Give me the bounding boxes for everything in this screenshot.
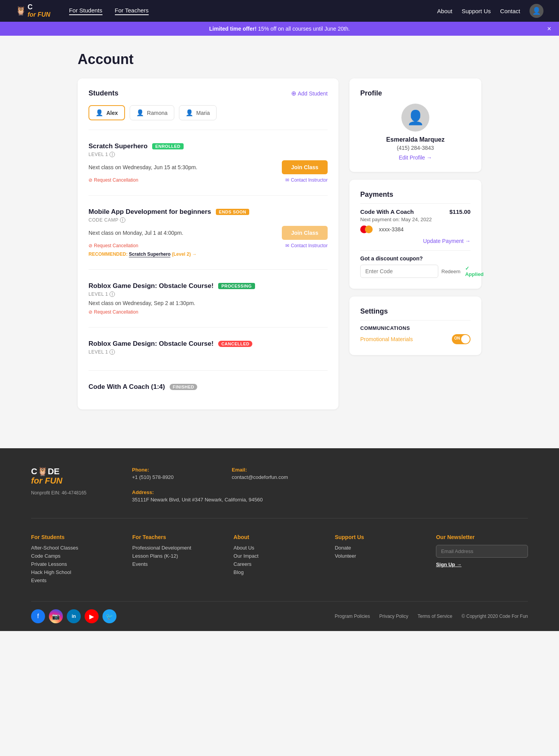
coupon-row: Redeem Applied [360,265,470,278]
cancel-link-2[interactable]: Request Cancellation [89,309,138,315]
course-item-scratch-superhero: Scratch Superhero ENROLLED LEVEL 1 i Nex… [89,136,328,189]
course-item-coach: Code With A Coach (1:4) FINISHED [89,377,328,399]
contact-instructor-link-0[interactable]: Contact Instructor [285,177,328,183]
update-payment-link[interactable]: Update Payment → [360,238,470,244]
instagram-icon[interactable]: 📷 [49,609,63,623]
recommended-link-1[interactable]: Scratch Superhero [129,251,170,257]
footer-link-after-school[interactable]: After-School Classes [31,545,123,551]
info-icon-3[interactable]: i [109,349,115,355]
footer-link-blog[interactable]: Blog [234,569,326,575]
cancel-link-0[interactable]: Request Cancellation [89,177,138,183]
payments-card: Payments Code With A Coach $115.00 Next … [349,180,481,289]
join-class-button-1[interactable]: Join Class [282,226,328,240]
course-level-0: LEVEL 1 i [89,152,328,157]
info-icon-1[interactable]: i [120,217,125,223]
course-title-2: Roblox Game Design: Obstacle Course! [89,282,214,290]
newsletter-input[interactable] [436,545,528,558]
settings-card: Settings Communications Promotional Mate… [349,297,481,355]
mastercard-icon [360,225,373,233]
edit-profile-link[interactable]: Edit Profile → [399,154,432,161]
footer-link-about-us[interactable]: About Us [234,545,326,551]
profile-title: Profile [360,89,382,97]
course-level-2: LEVEL 1 i [89,291,328,297]
toggle-knob [461,335,470,343]
course-badge-3: CANCELLED [218,341,252,347]
footer-nav: For Students After-School Classes Code C… [31,518,528,601]
promo-toggle[interactable]: ON [452,334,470,344]
course-item-roblox-processing: Roblox Game Design: Obstacle Course! PRO… [89,276,328,321]
banner-close-button[interactable]: × [547,25,551,33]
logo-icon: 🦉 [16,6,26,16]
logo[interactable]: 🦉 Cfor FUN [16,3,50,18]
youtube-icon[interactable]: ▶ [85,609,99,623]
nav-for-teachers[interactable]: For Teachers [115,7,149,15]
info-icon-2[interactable]: i [109,291,115,297]
cancel-link-1[interactable]: Request Cancellation [89,243,138,248]
footer-support-title: Support Us [335,534,427,540]
footer-link-lesson-plans[interactable]: Lesson Plans (K-12) [132,553,224,559]
footer-phone-group: Phone: +1 (510) 578-8920 [132,467,222,480]
nav-for-students[interactable]: For Students [69,7,102,15]
join-class-button-0[interactable]: Join Class [282,160,328,174]
payment-card-row: xxxx-3384 [360,225,470,233]
footer-link-private-lessons[interactable]: Private Lessons [31,561,123,567]
contact-instructor-link-1[interactable]: Contact Instructor [285,243,328,248]
footer-link-careers[interactable]: Careers [234,561,326,567]
newsletter-signup-link[interactable]: Sign Up → [436,562,462,567]
redeem-button[interactable]: Redeem [441,269,460,274]
student-icon-alex: 👤 [95,109,103,116]
footer-link-our-impact[interactable]: Our Impact [234,553,326,559]
terms-of-service-link[interactable]: Terms of Service [418,614,452,619]
nav-support-us[interactable]: Support Us [462,8,491,14]
course-actions-0: Request Cancellation Contact Instructor [89,177,328,183]
footer-link-events-students[interactable]: Events [31,577,123,583]
page-title: Account [78,51,481,68]
payments-title: Payments [360,191,393,198]
add-student-button[interactable]: Add Student [291,90,328,97]
footer-about-title: About [234,534,326,540]
footer-link-code-camps[interactable]: Code Camps [31,553,123,559]
facebook-icon[interactable]: f [31,609,45,623]
footer-link-hack-high-school[interactable]: Hack High School [31,569,123,575]
course-header-0: Scratch Superhero ENROLLED [89,142,328,150]
student-tab-alex[interactable]: 👤 Alex [89,105,125,120]
profile-phone: (415) 284-3843 [360,145,470,151]
course-title-1: Mobile App Development for beginners [89,208,211,216]
footer-phone-label: Phone: [132,467,222,473]
twitter-icon[interactable]: 🐦 [102,609,116,623]
footer-link-donate[interactable]: Donate [335,545,427,551]
coupon-input[interactable] [360,265,438,278]
promo-banner: Limited time offer! 15% off on all cours… [0,22,559,36]
student-icon-ramona: 👤 [136,109,144,116]
footer-ein: Nonprofit EIN: 46-4748165 [31,490,116,496]
student-tabs: 👤 Alex 👤 Ramona 👤 Maria [89,105,328,120]
course-title-3: Roblox Game Design: Obstacle Course! [89,340,214,348]
profile-name: Esmeralda Marquez [360,136,470,143]
footer-link-events-teachers[interactable]: Events [132,561,224,567]
payment-item-amount: $115.00 [450,208,470,215]
footer-address-value: 35111F Newark Blvd, Unit #347 Newark, Ca… [132,497,322,503]
account-avatar-button[interactable]: 👤 [529,4,543,18]
nav-about[interactable]: About [437,8,452,14]
course-row-0: Next class on Wednesday, Jun 15 at 5:30p… [89,160,328,174]
privacy-policy-link[interactable]: Privacy Policy [379,614,408,619]
course-header-2: Roblox Game Design: Obstacle Course! PRO… [89,282,328,290]
student-tab-maria[interactable]: 👤 Maria [179,105,217,120]
applied-badge: Applied [465,265,484,277]
course-badge-1: ENDS SOON [216,209,250,215]
info-icon-0[interactable]: i [109,152,115,157]
profile-avatar: 👤 [401,104,429,132]
footer-link-volunteer[interactable]: Volunteer [335,553,427,559]
program-policies-link[interactable]: Program Policies [335,614,370,619]
footer-link-prof-dev[interactable]: Professional Development [132,545,224,551]
nav-right: About Support Us Contact 👤 [437,4,543,18]
payment-card-last4: xxxx-3384 [379,226,404,232]
course-next-2: Next class on Wednesday, Sep 2 at 1:30pm… [89,300,195,306]
footer-bottom: f 📷 in ▶ 🐦 Program Policies Privacy Poli… [31,601,528,631]
student-tab-ramona[interactable]: 👤 Ramona [130,105,174,120]
nav-contact[interactable]: Contact [500,8,520,14]
linkedin-icon[interactable]: in [67,609,81,623]
course-header-1: Mobile App Development for beginners END… [89,208,328,216]
course-next-1: Next class on Monday, Jul 1 at 4:00pm. [89,230,183,236]
content-grid: Students Add Student 👤 Alex 👤 Ramona 👤 M… [78,78,481,409]
